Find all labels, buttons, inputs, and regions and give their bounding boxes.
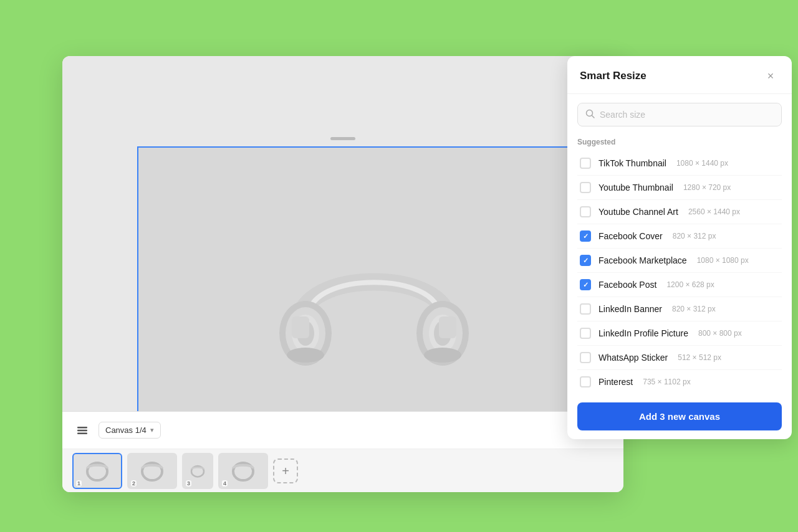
add-canvas-action-button[interactable]: Add 3 new canvas (577, 402, 782, 430)
headphones-illustration (268, 221, 480, 408)
checkbox-pinterest[interactable] (580, 376, 591, 387)
thumbnail-4[interactable]: 4 (218, 453, 268, 489)
size-dims-whatsapp-sticker: 512 × 512 px (678, 353, 721, 362)
size-dims-youtube-thumbnail: 1280 × 720 px (683, 183, 731, 192)
search-input[interactable] (600, 110, 774, 120)
layers-button[interactable] (72, 420, 92, 440)
thumb-number-4: 4 (222, 480, 228, 487)
size-name-pinterest: Pinterest (598, 377, 633, 387)
size-dims-linkedin-banner: 820 × 312 px (672, 305, 716, 313)
size-item-youtube-channel-art[interactable]: Youtube Channel Art2560 × 1440 px (577, 200, 782, 224)
size-list: TikTok Thumbnail1080 × 1440 pxYoutube Th… (577, 151, 782, 394)
svg-rect-13 (77, 429, 87, 431)
panel-content: Suggested TikTok Thumbnail1080 × 1440 px… (567, 135, 792, 394)
size-name-facebook-post: Facebook Post (598, 280, 656, 290)
checkbox-youtube-channel-art[interactable] (580, 206, 591, 217)
svg-rect-12 (77, 427, 87, 429)
size-dims-facebook-post: 1200 × 628 px (666, 280, 714, 289)
thumbnail-3[interactable]: 3 (182, 453, 213, 489)
thumb-number-2: 2 (131, 480, 137, 487)
svg-rect-9 (439, 316, 456, 338)
svg-point-11 (424, 348, 461, 363)
size-item-youtube-thumbnail[interactable]: Youtube Thumbnail1280 × 720 px (577, 176, 782, 200)
size-dims-linkedin-profile-picture: 800 × 800 px (698, 329, 742, 338)
section-suggested-label: Suggested (577, 138, 782, 146)
svg-point-10 (287, 348, 324, 363)
size-item-whatsapp-sticker[interactable]: WhatsApp Sticker512 × 512 px (577, 346, 782, 370)
size-item-linkedin-banner[interactable]: LinkedIn Banner820 × 312 px (577, 297, 782, 321)
size-item-facebook-cover[interactable]: Facebook Cover820 × 312 px (577, 224, 782, 249)
svg-rect-8 (292, 316, 309, 338)
checkbox-whatsapp-sticker[interactable] (580, 352, 591, 363)
toolbar-row: Canvas 1/4 ▾ 32% (62, 412, 623, 449)
size-name-youtube-channel-art: Youtube Channel Art (598, 207, 678, 217)
size-name-whatsapp-sticker: WhatsApp Sticker (598, 353, 668, 363)
canvas-container: insMind (137, 146, 611, 455)
size-dims-facebook-marketplace: 1080 × 1080 px (697, 256, 749, 265)
size-name-linkedin-profile-picture: LinkedIn Profile Picture (598, 328, 688, 338)
add-canvas-thumbnail-button[interactable]: + (273, 458, 298, 483)
size-dims-facebook-cover: 820 × 312 px (673, 232, 716, 240)
checkbox-linkedin-banner[interactable] (580, 303, 591, 315)
scroll-handle-top[interactable] (330, 137, 355, 140)
smart-resize-panel: Smart Resize × Suggested TikTok Thumbnai… (567, 56, 792, 439)
checkbox-tiktok-thumbnail[interactable] (580, 158, 591, 169)
size-name-youtube-thumbnail: Youtube Thumbnail (598, 183, 673, 192)
size-dims-pinterest: 735 × 1102 px (643, 378, 690, 386)
checkbox-facebook-marketplace[interactable] (580, 255, 591, 266)
size-dims-youtube-channel-art: 2560 × 1440 px (688, 207, 740, 216)
thumb-number-3: 3 (186, 480, 191, 487)
panel-header: Smart Resize × (567, 56, 792, 94)
size-item-pinterest[interactable]: Pinterest735 × 1102 px (577, 370, 782, 394)
checkbox-facebook-cover[interactable] (580, 230, 591, 242)
svg-line-20 (592, 116, 595, 118)
chevron-down-icon: ▾ (150, 426, 154, 434)
size-name-tiktok-thumbnail: TikTok Thumbnail (598, 158, 666, 168)
size-item-facebook-marketplace[interactable]: Facebook Marketplace1080 × 1080 px (577, 249, 782, 273)
thumbnail-1[interactable]: 1 (72, 453, 122, 489)
canvas-area: insMind (62, 56, 623, 455)
thumbnail-2[interactable]: 2 (127, 453, 177, 489)
search-box (577, 103, 782, 126)
canvas-selector[interactable]: Canvas 1/4 ▾ (99, 422, 161, 439)
panel-title: Smart Resize (580, 70, 647, 82)
checkbox-facebook-post[interactable] (580, 279, 591, 290)
svg-rect-14 (77, 432, 87, 434)
checkbox-linkedin-profile-picture[interactable] (580, 328, 591, 339)
size-item-facebook-post[interactable]: Facebook Post1200 × 628 px (577, 273, 782, 297)
size-name-linkedin-banner: LinkedIn Banner (598, 304, 662, 314)
size-dims-tiktok-thumbnail: 1080 × 1440 px (676, 159, 728, 168)
size-item-linkedin-profile-picture[interactable]: LinkedIn Profile Picture800 × 800 px (577, 321, 782, 346)
app-window: insMind Canvas 1/4 ▾ (62, 56, 623, 492)
checkbox-youtube-thumbnail[interactable] (580, 182, 591, 193)
size-name-facebook-marketplace: Facebook Marketplace (598, 255, 687, 265)
thumb-number-1: 1 (76, 480, 82, 487)
close-button[interactable]: × (762, 67, 779, 85)
canvas-image: insMind (138, 148, 610, 455)
size-item-tiktok-thumbnail[interactable]: TikTok Thumbnail1080 × 1440 px (577, 151, 782, 176)
bottom-panel: Canvas 1/4 ▾ 32% 1 2 (62, 411, 623, 492)
thumbnails-row: 1 2 3 (62, 449, 623, 492)
size-name-facebook-cover: Facebook Cover (598, 231, 663, 241)
search-icon (585, 109, 595, 120)
canvas-label: Canvas 1/4 (105, 425, 147, 435)
